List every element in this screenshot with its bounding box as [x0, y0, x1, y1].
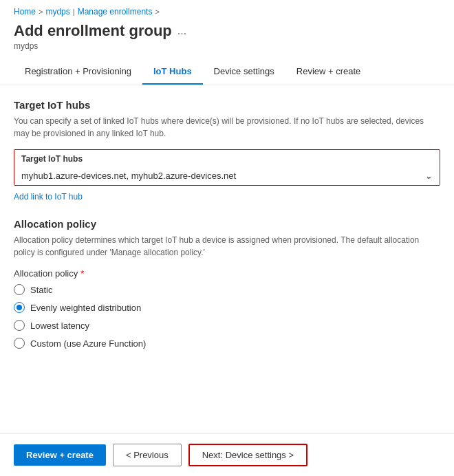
tab-device-settings[interactable]: Device settings: [203, 59, 285, 85]
next-device-settings-button[interactable]: Next: Device settings >: [188, 444, 307, 466]
breadcrumb-parent[interactable]: mydps: [45, 7, 69, 17]
target-hubs-field-label: Target IoT hubs: [14, 150, 440, 166]
tab-iot-hubs[interactable]: IoT Hubs: [142, 59, 203, 85]
radio-evenly-weighted-label: Evenly weighted distribution: [30, 303, 141, 313]
target-hubs-dropdown[interactable]: myhub1.azure-devices.net, myhub2.azure-d…: [14, 166, 440, 185]
tab-registration[interactable]: Registration + Provisioning: [14, 59, 142, 85]
tabs: Registration + Provisioning IoT Hubs Dev…: [0, 59, 454, 85]
radio-static-circle: [14, 284, 25, 295]
required-indicator: *: [80, 268, 84, 279]
allocation-policy-section: Allocation policy Allocation policy dete…: [14, 218, 440, 349]
target-hubs-section: Target IoT hubs You can specify a set of…: [14, 99, 440, 218]
tab-review-create[interactable]: Review + create: [285, 59, 372, 85]
allocation-label-row: Allocation policy *: [14, 268, 440, 279]
radio-lowest-latency-circle: [14, 320, 25, 331]
radio-evenly-weighted-circle: [14, 302, 25, 313]
radio-static[interactable]: Static: [14, 284, 440, 295]
radio-custom[interactable]: Custom (use Azure Function): [14, 338, 440, 349]
breadcrumb-sep2: |: [73, 8, 75, 16]
allocation-policy-radio-group: Static Evenly weighted distribution Lowe…: [14, 284, 440, 349]
radio-evenly-weighted[interactable]: Evenly weighted distribution: [14, 302, 440, 313]
target-hubs-field-box: Target IoT hubs myhub1.azure-devices.net…: [14, 149, 440, 186]
page-header: Add enrollment group ... mydps: [0, 19, 454, 59]
main-content: Target IoT hubs You can specify a set of…: [0, 85, 454, 363]
breadcrumb-current[interactable]: Manage enrollments: [78, 7, 153, 17]
add-link-to-iot-hub[interactable]: Add link to IoT hub: [14, 192, 83, 202]
radio-lowest-latency-label: Lowest latency: [30, 321, 89, 331]
allocation-policy-title: Allocation policy: [14, 218, 440, 230]
radio-custom-circle: [14, 338, 25, 349]
page-title-text: Add enrollment group: [14, 22, 172, 40]
chevron-down-icon: ⌄: [425, 171, 433, 181]
target-hubs-title: Target IoT hubs: [14, 99, 440, 111]
allocation-policy-desc: Allocation policy determines which targe…: [14, 234, 440, 259]
previous-button[interactable]: < Previous: [113, 444, 182, 466]
radio-static-label: Static: [30, 285, 53, 295]
review-create-button[interactable]: Review + create: [14, 444, 106, 466]
target-hubs-value: myhub1.azure-devices.net, myhub2.azure-d…: [21, 171, 236, 181]
allocation-policy-label: Allocation policy: [14, 268, 78, 279]
radio-lowest-latency[interactable]: Lowest latency: [14, 320, 440, 331]
breadcrumb: Home > mydps | Manage enrollments >: [0, 0, 454, 19]
radio-custom-label: Custom (use Azure Function): [30, 338, 146, 349]
breadcrumb-home[interactable]: Home: [14, 7, 36, 17]
page-title-ellipsis[interactable]: ...: [177, 25, 186, 37]
page-subtitle: mydps: [14, 41, 440, 51]
breadcrumb-sep3: >: [155, 8, 159, 16]
page-title: Add enrollment group ...: [14, 22, 440, 40]
breadcrumb-sep1: >: [39, 8, 43, 16]
footer: Review + create < Previous Next: Device …: [0, 433, 454, 476]
target-hubs-desc: You can specify a set of linked IoT hubs…: [14, 115, 440, 140]
